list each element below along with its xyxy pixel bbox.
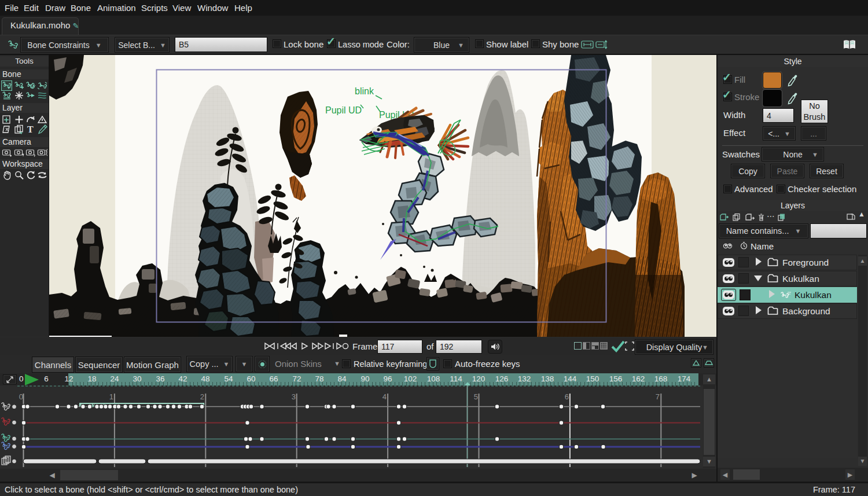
svg-text:2: 2 — [200, 392, 204, 401]
svg-text:3: 3 — [292, 392, 296, 401]
svg-text:4: 4 — [382, 392, 387, 401]
svg-text:7: 7 — [656, 392, 660, 401]
svg-text:0: 0 — [19, 392, 23, 401]
svg-text:Pupil UD: Pupil UD — [325, 105, 362, 115]
svg-text:5: 5 — [474, 392, 478, 401]
svg-text:blink: blink — [355, 86, 374, 96]
svg-text:6: 6 — [565, 392, 569, 401]
svg-text:1: 1 — [109, 392, 113, 401]
